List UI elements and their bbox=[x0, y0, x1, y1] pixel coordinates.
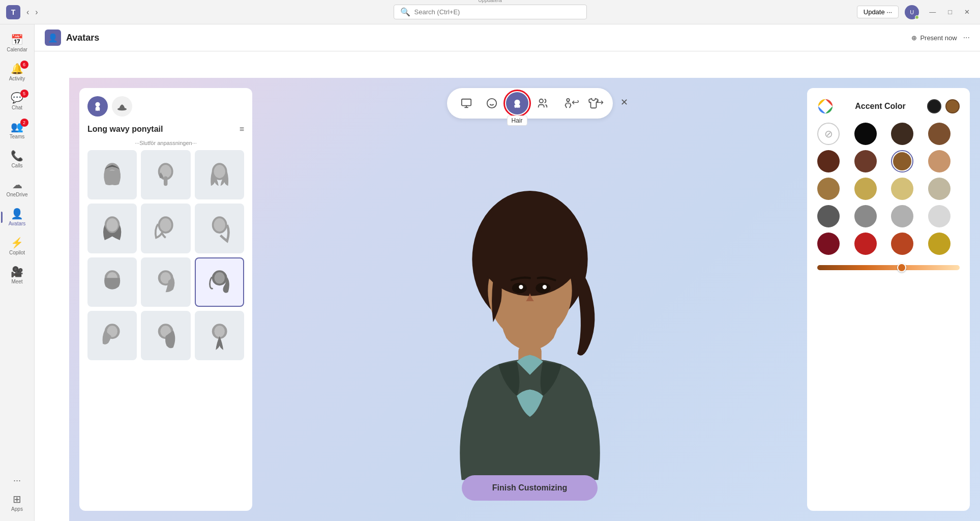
color-slider[interactable] bbox=[817, 265, 960, 270]
svg-point-48 bbox=[822, 103, 829, 110]
svg-point-34 bbox=[539, 99, 543, 103]
hair-item[interactable] bbox=[195, 311, 244, 360]
more-options-button[interactable]: ··· bbox=[963, 33, 970, 42]
hair-item[interactable] bbox=[141, 204, 190, 253]
sidebar-item-calls[interactable]: 📞 Calls bbox=[3, 146, 32, 172]
hair-tab-button[interactable] bbox=[506, 92, 528, 114]
color-swatch-auburn[interactable] bbox=[891, 150, 913, 172]
hair-item[interactable] bbox=[195, 204, 244, 253]
search-icon: 🔍 bbox=[400, 7, 410, 17]
maximize-button[interactable]: □ bbox=[944, 6, 956, 18]
sidebar-label-chat: Chat bbox=[12, 105, 22, 110]
close-editor-button[interactable]: ✕ bbox=[614, 92, 634, 112]
hair-style-tab[interactable] bbox=[87, 96, 108, 117]
nav-arrows: ‹ › bbox=[24, 6, 40, 19]
selected-color-2[interactable] bbox=[945, 99, 960, 113]
color-swatch-orange-red[interactable] bbox=[891, 233, 913, 255]
hair-tab-label: Hair bbox=[507, 115, 527, 126]
svg-rect-27 bbox=[461, 99, 470, 106]
sidebar-item-avatars[interactable]: 👤 Avatars bbox=[3, 204, 32, 230]
hair-item-selected[interactable] bbox=[195, 257, 244, 307]
svg-point-8 bbox=[214, 165, 225, 178]
forward-button[interactable]: › bbox=[33, 6, 40, 19]
sidebar-item-meet[interactable]: 🎥 Meet bbox=[3, 262, 32, 288]
search-input[interactable] bbox=[414, 8, 580, 16]
app-header-right: ⊕ Present now ··· bbox=[911, 33, 970, 42]
hat-tab[interactable] bbox=[112, 96, 132, 117]
color-slider-row bbox=[817, 263, 960, 272]
chat-badge: 5 bbox=[20, 90, 28, 98]
accent-color-title: Accent Color bbox=[855, 102, 906, 111]
hair-item[interactable] bbox=[87, 204, 137, 253]
hair-item[interactable] bbox=[141, 150, 190, 199]
color-swatch-golden-brown[interactable] bbox=[817, 178, 840, 200]
app-header-left: 👤 Avatars bbox=[45, 30, 99, 46]
panel-header: Long wavy ponytail ≡ bbox=[87, 125, 244, 134]
no-color-swatch[interactable]: ⊘ bbox=[817, 123, 840, 145]
group-tab-button[interactable] bbox=[531, 92, 554, 114]
color-swatch-dark-gray[interactable] bbox=[817, 205, 840, 227]
finish-customizing-button[interactable]: Finish Customizing bbox=[462, 475, 598, 501]
sidebar-item-calendar[interactable]: 📅 Calendar bbox=[3, 30, 32, 56]
hair-item[interactable] bbox=[141, 257, 190, 307]
close-button[interactable]: ✕ bbox=[960, 6, 974, 18]
color-swatch-silver-light[interactable] bbox=[928, 178, 951, 200]
svg-point-0 bbox=[95, 102, 100, 107]
sidebar-item-activity[interactable]: 🔔 6 Activity bbox=[3, 59, 32, 85]
face-tab-button[interactable] bbox=[481, 92, 503, 114]
sidebar-item-apps[interactable]: ⊞ Apps bbox=[3, 489, 32, 516]
sidebar-label-teams: Teams bbox=[10, 134, 24, 139]
present-now-label: Present now bbox=[920, 34, 957, 42]
avatar-container bbox=[423, 175, 637, 490]
window-controls: — □ ✕ bbox=[925, 6, 974, 18]
left-panel: Long wavy ponytail ≡ ···Slutför anpassni… bbox=[79, 88, 252, 511]
color-swatch-brown[interactable] bbox=[928, 123, 951, 145]
color-swatch-darkred-brown[interactable] bbox=[817, 150, 840, 172]
right-panel: Accent Color ⊘ bbox=[807, 88, 970, 511]
hair-item[interactable] bbox=[87, 257, 137, 307]
color-swatch-black[interactable] bbox=[854, 123, 877, 145]
sidebar-item-teams[interactable]: 👥 2 Teams bbox=[3, 117, 32, 143]
sidebar-item-chat[interactable]: 💬 5 Chat bbox=[3, 88, 32, 114]
selected-color-1[interactable] bbox=[927, 99, 941, 113]
color-swatch-darkbrown[interactable] bbox=[891, 123, 913, 145]
sidebar-item-copilot[interactable]: ⚡ Copilot bbox=[3, 233, 32, 259]
online-status bbox=[915, 15, 919, 19]
minimize-button[interactable]: — bbox=[925, 6, 940, 18]
back-button[interactable]: ‹ bbox=[24, 6, 31, 19]
color-swatch-white[interactable] bbox=[928, 205, 951, 227]
color-swatch-tan[interactable] bbox=[928, 150, 951, 172]
color-swatch-light-blonde[interactable] bbox=[891, 178, 913, 200]
color-panel-header: Accent Color bbox=[817, 98, 960, 114]
present-now-button[interactable]: ⊕ Present now bbox=[911, 34, 957, 42]
undo-button[interactable]: ↩ bbox=[565, 92, 585, 112]
color-swatch-medium-gray[interactable] bbox=[854, 205, 877, 227]
teams-badge: 2 bbox=[20, 119, 28, 127]
title-bar: T ‹ › Uppdatera 🔍 Update ··· U — □ ✕ bbox=[0, 0, 980, 24]
color-swatch-dirty-blonde[interactable] bbox=[854, 178, 877, 200]
svg-point-42 bbox=[519, 285, 523, 289]
color-swatch-dark-red[interactable] bbox=[817, 233, 840, 255]
sidebar-item-onedrive[interactable]: ☁ OneDrive bbox=[3, 175, 32, 201]
color-swatch-red[interactable] bbox=[854, 233, 877, 255]
color-swatch-gold-yellow[interactable] bbox=[928, 233, 951, 255]
update-button[interactable]: Update ··· bbox=[857, 6, 899, 18]
more-apps-dots[interactable]: ··· bbox=[13, 475, 21, 486]
hair-item[interactable] bbox=[195, 150, 244, 199]
activity-badge: 6 bbox=[20, 61, 28, 69]
color-swatch-medium-brown[interactable] bbox=[854, 150, 877, 172]
filter-button[interactable]: ≡ bbox=[240, 125, 244, 134]
hair-item[interactable] bbox=[87, 311, 137, 360]
color-grid: ⊘ bbox=[817, 123, 960, 255]
hair-item[interactable] bbox=[141, 311, 190, 360]
svg-rect-6 bbox=[164, 176, 167, 186]
main-content: 👤 Avatars ⊕ Present now ··· Long w bbox=[35, 24, 980, 521]
sidebar-label-calls: Calls bbox=[11, 163, 22, 168]
sidebar-label-copilot: Copilot bbox=[9, 250, 25, 255]
hair-item[interactable] bbox=[87, 150, 137, 199]
scene-tab-button[interactable] bbox=[455, 92, 478, 114]
sidebar-label-avatars: Avatars bbox=[9, 221, 26, 226]
redo-button[interactable]: ↪ bbox=[589, 92, 610, 112]
panel-tab-row bbox=[87, 96, 244, 117]
color-swatch-light-gray[interactable] bbox=[891, 205, 913, 227]
